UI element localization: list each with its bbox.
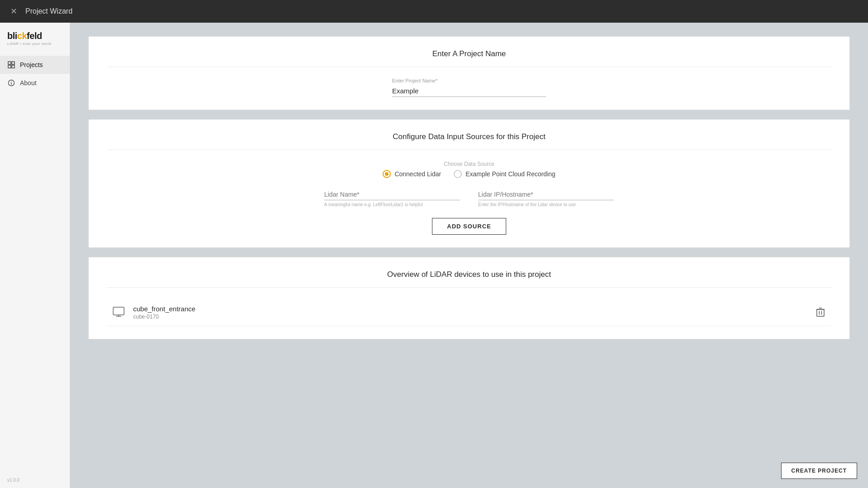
sidebar-nav: Projects About [0, 56, 70, 92]
radio-label-connected: Connected Lidar [394, 170, 441, 178]
info-icon [7, 79, 15, 87]
device-name: cube_front_entrance [133, 305, 813, 313]
overview-card: Overview of LiDAR devices to use in this… [88, 257, 850, 339]
device-id: cube-0170 [133, 314, 813, 320]
project-name-input[interactable] [392, 85, 546, 97]
project-name-title: Enter A Project Name [107, 49, 831, 67]
sidebar-projects-label: Projects [20, 61, 43, 68]
sidebar-version: v1.0.0 [0, 472, 70, 488]
project-name-form: Enter Project Name* [107, 78, 831, 97]
svg-rect-10 [817, 309, 824, 316]
lidar-ip-hint: Enter the IP/Hostname of the Lidar devic… [478, 202, 614, 207]
radio-options: Connected Lidar Example Point Cloud Reco… [383, 170, 555, 178]
source-fields: A meaningful name e.g. LeftFloorLidar1 i… [324, 189, 614, 207]
close-button[interactable]: ✕ [7, 5, 20, 18]
svg-rect-3 [12, 65, 14, 68]
data-source-card: Configure Data Input Sources for this Pr… [88, 119, 850, 248]
lidar-name-input[interactable] [324, 189, 460, 200]
project-name-card: Enter A Project Name Enter Project Name* [88, 36, 850, 110]
close-icon: ✕ [10, 6, 17, 16]
overview-title: Overview of LiDAR devices to use in this… [107, 270, 831, 288]
device-info: cube_front_entrance cube-0170 [133, 305, 813, 320]
radio-connected-lidar[interactable]: Connected Lidar [383, 170, 441, 178]
svg-rect-2 [8, 65, 11, 68]
sidebar: blickfeld LiDAR / scan your world Projec… [0, 23, 70, 488]
content-area: Enter A Project Name Enter Project Name*… [70, 23, 868, 488]
svg-rect-0 [8, 62, 11, 64]
project-name-label: Enter Project Name* [392, 78, 546, 83]
sidebar-item-projects[interactable]: Projects [0, 56, 70, 74]
choose-data-source-label: Choose Data Source [383, 161, 555, 167]
svg-rect-1 [12, 62, 14, 64]
data-source-section: Choose Data Source Connected Lidar Examp… [107, 161, 831, 235]
svg-rect-7 [113, 307, 124, 315]
wizard-title: Project Wizard [25, 7, 72, 15]
svg-point-6 [11, 81, 12, 82]
create-project-button[interactable]: CREATE PROJECT [781, 463, 857, 479]
table-row: cube_front_entrance cube-0170 [107, 299, 831, 326]
logo-text: blickfeld [7, 31, 62, 41]
logo: blickfeld LiDAR / scan your world [0, 23, 70, 52]
radio-example-recording[interactable]: Example Point Cloud Recording [454, 170, 555, 178]
data-source-title: Configure Data Input Sources for this Pr… [107, 132, 831, 150]
radio-dot-connected [385, 172, 388, 176]
main-layout: blickfeld LiDAR / scan your world Projec… [0, 23, 868, 488]
radio-circle-connected [383, 170, 391, 178]
lidar-ip-input[interactable] [478, 189, 614, 200]
lidar-name-field: A meaningful name e.g. LeftFloorLidar1 i… [324, 189, 460, 207]
device-monitor-icon [110, 304, 127, 320]
sidebar-item-about[interactable]: About [0, 74, 70, 92]
radio-group-container: Choose Data Source Connected Lidar Examp… [383, 161, 555, 178]
sidebar-about-label: About [20, 79, 37, 87]
lidar-ip-field: Enter the IP/Hostname of the Lidar devic… [478, 189, 614, 207]
project-name-field: Enter Project Name* [392, 78, 546, 97]
delete-device-button[interactable] [813, 305, 828, 319]
radio-label-example: Example Point Cloud Recording [465, 170, 555, 178]
device-list: cube_front_entrance cube-0170 [107, 299, 831, 326]
add-source-button[interactable]: ADD SOURCE [432, 218, 506, 235]
radio-circle-example [454, 170, 462, 178]
top-bar: ✕ Project Wizard [0, 0, 868, 23]
lidar-name-hint: A meaningful name e.g. LeftFloorLidar1 i… [324, 202, 460, 207]
logo-subtitle: LiDAR / scan your world [7, 42, 62, 46]
grid-icon [7, 61, 15, 69]
